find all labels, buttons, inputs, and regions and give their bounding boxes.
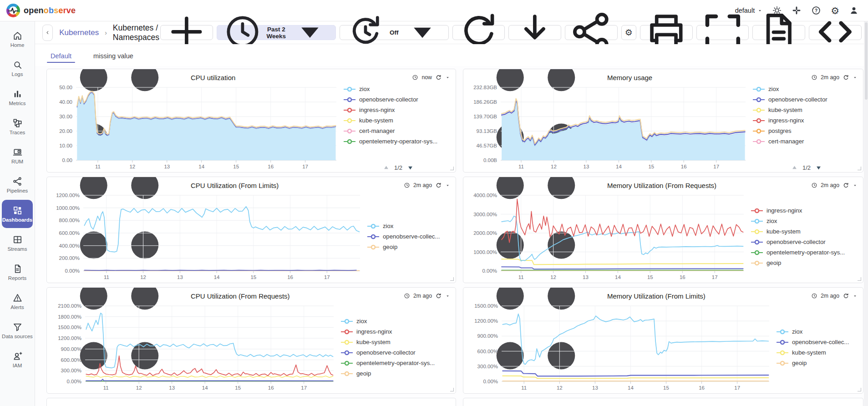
legend-page-up-icon[interactable] <box>382 164 390 172</box>
chart-area[interactable]: 2100.00%1800.00%1500.00%1200.00%900.00%6… <box>47 301 338 393</box>
legend-item[interactable]: openobserve-collector <box>344 96 454 103</box>
share-button[interactable] <box>565 25 618 40</box>
svg-text:11: 11 <box>104 274 109 280</box>
tab-default[interactable]: Default <box>49 52 73 66</box>
export-json-button[interactable] <box>752 25 805 40</box>
legend-item[interactable]: opentelemetry-operator-sys... <box>344 138 454 145</box>
sidebar-item-iam[interactable]: IAM <box>2 345 33 374</box>
chart-canvas[interactable]: 1200.00%1000.00%800.00%600.00%400.00%200… <box>47 191 365 283</box>
print-button[interactable] <box>640 25 693 40</box>
legend-item[interactable]: openobserve-collector <box>341 349 454 356</box>
legend-item[interactable]: ziox <box>367 223 454 230</box>
view-code-button[interactable] <box>809 25 862 40</box>
legend-item[interactable]: ingress-nginx <box>341 328 454 335</box>
chart-area[interactable]: 1500.00%1200.00%900.00%600.00%300.00%0.0… <box>463 301 774 393</box>
panel-refresh-icon[interactable] <box>843 182 849 189</box>
panel-menu-caret-icon[interactable] <box>445 294 450 299</box>
svg-text:12: 12 <box>550 274 556 280</box>
chart-area[interactable]: 4000.00%3000.00%2000.00%1000.00%0.00%111… <box>463 191 748 283</box>
sidebar-item-streams[interactable]: Streams <box>2 229 33 257</box>
legend-item[interactable]: geoip <box>777 360 861 367</box>
rum-icon <box>12 147 23 157</box>
legend-page-down-icon[interactable] <box>815 164 822 172</box>
legend-item[interactable]: kube-system <box>341 339 454 346</box>
legend-item[interactable]: ziox <box>753 86 861 93</box>
breadcrumb-folder-link[interactable]: Kubernetes <box>59 28 99 37</box>
svg-text:139.70GB: 139.70GB <box>473 114 497 119</box>
dashboards-icon <box>12 205 23 216</box>
chart-area[interactable]: 50.0040.0030.0020.0010.000.0011121314151… <box>47 83 341 172</box>
panel-refresh-icon[interactable] <box>843 293 849 299</box>
legend-page-up-icon[interactable] <box>791 164 798 172</box>
chart-canvas[interactable]: 2100.00%1800.00%1500.00%1200.00%900.00%6… <box>47 301 338 393</box>
legend-item[interactable]: postgres <box>753 127 861 135</box>
panel-refresh-icon[interactable] <box>435 293 442 299</box>
auto-refresh-selector[interactable]: Off <box>340 25 449 40</box>
panel-refresh-icon[interactable] <box>435 74 442 81</box>
sidebar-item-logs[interactable]: Logs <box>2 54 33 82</box>
sidebar-item-dashboards[interactable]: Dashboards <box>2 200 33 228</box>
chart-canvas[interactable]: 1500.00%1200.00%900.00%600.00%300.00%0.0… <box>463 301 774 393</box>
legend-item[interactable]: openobserve-collector <box>751 239 861 246</box>
svg-text:1200.00%: 1200.00% <box>58 335 81 341</box>
chart-canvas[interactable]: 232.83GB186.26GB139.70GB93.13GB46.57GB0.… <box>463 83 750 172</box>
legend-item[interactable]: ziox <box>777 328 861 335</box>
panel-refresh-icon[interactable] <box>843 74 849 81</box>
legend-item[interactable]: openobserve-collec... <box>367 233 454 240</box>
chart-area[interactable]: 232.83GB186.26GB139.70GB93.13GB46.57GB0.… <box>463 83 750 172</box>
panel-menu-caret-icon[interactable] <box>853 75 858 80</box>
legend-item[interactable]: ziox <box>751 218 861 225</box>
legend-item[interactable]: geoip <box>751 259 861 267</box>
chart-area[interactable]: 1200.00%1000.00%800.00%600.00%400.00%200… <box>47 191 365 283</box>
legend-item[interactable]: geoip <box>367 244 454 251</box>
dashboard-settings-button[interactable]: ⚙ <box>621 25 636 40</box>
scrollbar-thumb[interactable] <box>865 22 868 100</box>
panel-menu-caret-icon[interactable] <box>853 183 858 188</box>
chart-canvas[interactable]: 4000.00%3000.00%2000.00%1000.00%0.00%111… <box>463 191 748 283</box>
svg-text:14: 14 <box>202 385 208 391</box>
openobserve-logo[interactable]: openobserve <box>6 4 76 17</box>
panel-menu-caret-icon[interactable] <box>445 75 450 80</box>
panel-title: Memory usage <box>607 74 652 81</box>
legend-item[interactable]: kube-system <box>753 107 861 114</box>
chart-canvas[interactable]: 50.0040.0030.0020.0010.000.0011121314151… <box>47 83 341 172</box>
panel-menu-caret-icon[interactable] <box>445 183 450 188</box>
legend-item[interactable]: geoip <box>341 370 454 377</box>
legend-item[interactable]: cert-manager <box>753 138 861 145</box>
legend-item[interactable]: ziox <box>344 86 454 93</box>
export-download-button[interactable] <box>508 25 561 40</box>
panel-refresh-icon[interactable] <box>435 182 442 189</box>
sidebar-item-alerts[interactable]: Alerts <box>2 287 33 315</box>
sidebar-item-pipelines[interactable]: Pipelines <box>2 171 33 199</box>
legend-item[interactable]: ziox <box>341 318 454 325</box>
legend-item[interactable]: ingress-nginx <box>751 207 861 214</box>
legend-item[interactable]: ingress-nginx <box>344 107 454 114</box>
fullscreen-button[interactable] <box>696 25 749 40</box>
tab-missing-value[interactable]: missing value <box>91 52 135 66</box>
add-panel-button[interactable] <box>160 25 213 40</box>
sidebar-item-traces[interactable]: Traces <box>2 112 33 141</box>
legend-item[interactable]: kube-system <box>777 349 861 356</box>
refresh-button[interactable] <box>452 25 505 40</box>
sidebar-item-rum[interactable]: RUM <box>2 142 33 170</box>
legend-item[interactable]: cert-manager <box>344 127 454 135</box>
svg-text:12: 12 <box>136 385 142 391</box>
sidebar-item-metrics[interactable]: Metrics <box>2 83 33 112</box>
legend-item[interactable]: openobserve-collector <box>753 96 861 103</box>
alerts-icon <box>12 293 23 303</box>
legend-item[interactable]: opentelemetry-operator-sys... <box>341 360 454 367</box>
legend-item[interactable]: opentelemetry-operator-sys... <box>751 249 861 256</box>
panel-menu-caret-icon[interactable] <box>853 294 858 299</box>
scrollbar[interactable] <box>864 21 868 406</box>
legend-item[interactable]: kube-system <box>344 117 454 124</box>
back-button[interactable] <box>42 25 53 41</box>
sidebar-item-data-sources[interactable]: Data sources <box>2 316 33 345</box>
legend-item[interactable]: openobserve-collec... <box>777 339 861 346</box>
legend-item[interactable]: ingress-nginx <box>753 117 861 124</box>
sidebar-item-reports[interactable]: Reports <box>2 258 33 286</box>
legend-page-down-icon[interactable] <box>406 164 414 172</box>
sidebar-item-home[interactable]: Home <box>2 25 33 53</box>
svg-text:11: 11 <box>518 274 524 280</box>
legend-item[interactable]: kube-system <box>751 228 861 235</box>
time-range-picker[interactable]: Past 2 Weeks <box>217 25 336 40</box>
